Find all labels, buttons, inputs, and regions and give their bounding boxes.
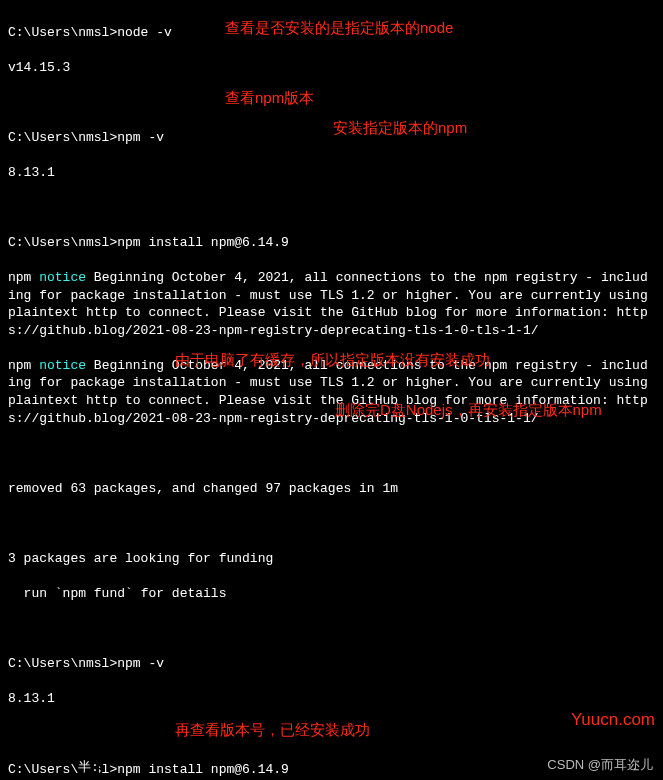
- prompt: C:\Users\nmsl>: [8, 25, 117, 40]
- node-version: v14.15.3: [8, 59, 655, 77]
- removed-line: removed 63 packages, and changed 97 pack…: [8, 480, 655, 498]
- cmd-npm-install-1: npm install npm@6.14.9: [117, 235, 289, 250]
- terminal-output[interactable]: C:\Users\nmsl>node -v v14.15.3 C:\Users\…: [0, 0, 663, 780]
- annotation-1: 查看是否安装的是指定版本的node: [225, 18, 453, 38]
- annotation-4: 由于电脑了有缓存，所以指定版本没有安装成功: [175, 350, 490, 370]
- npm-version-1: 8.13.1: [8, 164, 655, 182]
- notice-body: Beginning October 4, 2021, all connectio…: [8, 270, 656, 338]
- cmd-node-v: node -v: [117, 25, 172, 40]
- csdn-attribution: CSDN @而耳迩儿: [547, 756, 653, 774]
- annotation-6: 再查看版本号，已经安装成功: [175, 720, 370, 740]
- cmd-npm-install-2: npm install npm@6.14.9: [117, 762, 289, 777]
- npm-version-2: 8.13.1: [8, 690, 655, 708]
- funding-2: run `npm fund` for details: [8, 585, 655, 603]
- watermark: Yuucn.com: [571, 709, 655, 732]
- cmd-npm-v-2: npm -v: [117, 656, 164, 671]
- cmd-npm-v-1: npm -v: [117, 130, 164, 145]
- notice-word: notice: [39, 270, 86, 285]
- funding-1: 3 packages are looking for funding: [8, 550, 655, 568]
- annotation-5: 删除完D盘Nodejs，再安装指定版本npm: [335, 400, 602, 420]
- annotation-2: 查看npm版本: [225, 88, 314, 108]
- annotation-3: 安装指定版本的npm: [333, 118, 467, 138]
- ime-indicator: 半:: [78, 758, 99, 776]
